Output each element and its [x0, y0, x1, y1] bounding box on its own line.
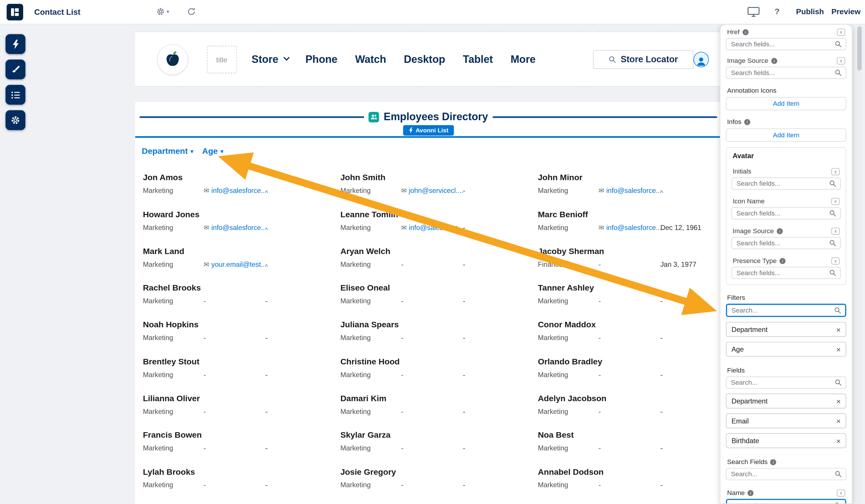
employee-department: Marketing: [143, 481, 204, 489]
expression-icon[interactable]: x: [837, 57, 845, 64]
remove-icon[interactable]: ×: [836, 397, 841, 405]
envelope-icon: ✉: [599, 186, 604, 195]
employee-department: Marketing: [538, 186, 598, 195]
remove-icon[interactable]: ×: [836, 417, 841, 425]
employee-field3: -: [265, 407, 340, 416]
field-chip[interactable]: Email ×: [726, 413, 846, 428]
filter-chip[interactable]: Department ×: [726, 322, 846, 337]
initials-input-wrap: [731, 178, 841, 190]
email-link[interactable]: john@servicecl....: [409, 186, 463, 195]
email-link[interactable]: info@salesforce....: [607, 223, 664, 232]
page-scrollbar[interactable]: [857, 24, 862, 504]
list-filter-button[interactable]: Age▾: [202, 146, 223, 155]
field-chip[interactable]: Department ×: [726, 394, 846, 408]
settings-button[interactable]: [5, 110, 25, 130]
nav-item[interactable]: Tablet: [460, 54, 496, 66]
search-icon: [834, 69, 842, 77]
employee-name: Conor Maddox: [538, 319, 722, 330]
employee-field2: -: [401, 333, 463, 342]
employee-field2: -: [401, 407, 463, 416]
annotation-icons-label: Annotation Icons: [727, 86, 776, 94]
search-icon: [829, 269, 836, 277]
expression-icon[interactable]: x: [837, 489, 845, 496]
scrollbar-thumb[interactable]: [857, 26, 862, 70]
expression-icon[interactable]: x: [831, 257, 840, 265]
employee-field2: -: [204, 407, 265, 416]
expression-icon[interactable]: x: [831, 227, 840, 235]
components-button[interactable]: [5, 34, 25, 54]
employee-field2: ✉info@salesforce....: [401, 223, 463, 232]
nav-item[interactable]: Store: [248, 54, 291, 66]
component-badge[interactable]: Avonni List: [403, 125, 454, 136]
fields-search-input[interactable]: [726, 377, 845, 388]
employee-card: Francis Bowen Marketing - -: [143, 430, 340, 466]
remove-icon[interactable]: ×: [836, 437, 841, 445]
expression-icon[interactable]: x: [831, 168, 840, 175]
remove-icon[interactable]: ×: [836, 326, 841, 333]
search-icon: [834, 40, 842, 48]
employee-field2: ✉info@salesforce....: [599, 186, 660, 195]
divider: [493, 116, 717, 118]
expression-icon[interactable]: x: [831, 198, 840, 205]
nav-item[interactable]: Watch: [351, 54, 389, 66]
refresh-button[interactable]: [187, 7, 196, 16]
user-avatar[interactable]: [693, 52, 709, 67]
remove-icon[interactable]: ×: [836, 345, 841, 353]
info-icon[interactable]: i: [742, 29, 749, 35]
href-input[interactable]: [726, 38, 845, 49]
add-info-button[interactable]: Add Item: [726, 128, 846, 142]
expression-icon[interactable]: x: [837, 28, 845, 36]
email-link[interactable]: your.email@test....: [211, 260, 268, 269]
icon-name-input[interactable]: [732, 208, 840, 219]
image-source-input[interactable]: [726, 67, 845, 78]
employee-card: Eliseo Oneal Marketing - -: [340, 282, 538, 319]
email-link[interactable]: info@salesforce....: [211, 223, 268, 232]
employee-field3: -: [660, 370, 722, 379]
employee-name: Aryan Welch: [340, 246, 538, 256]
add-annotation-icon-button[interactable]: Add Item: [726, 97, 846, 110]
employee-card: Juliana Spears Marketing - -: [340, 319, 538, 356]
info-icon[interactable]: i: [744, 119, 750, 125]
employee-name: John Minor: [538, 172, 722, 183]
help-button[interactable]: ?: [775, 7, 780, 16]
publish-button[interactable]: Publish: [796, 7, 824, 16]
theme-button[interactable]: [5, 60, 25, 80]
initials-input[interactable]: [732, 178, 840, 189]
nav-item[interactable]: More: [507, 54, 539, 66]
nav-item[interactable]: Desktop: [401, 54, 449, 66]
field-chip[interactable]: Birthdate ×: [726, 433, 846, 448]
search-fields-input[interactable]: [726, 469, 845, 480]
preview-button[interactable]: Preview: [831, 7, 861, 16]
filters-search-input[interactable]: [727, 305, 845, 316]
page-settings-button[interactable]: ▾: [156, 7, 169, 16]
employee-field2: -: [599, 444, 660, 453]
employee-department: Marketing: [143, 297, 204, 305]
employee-field2: -: [204, 297, 265, 305]
nav-item[interactable]: Phone: [302, 54, 341, 66]
icon-name-input-wrap: [731, 207, 841, 220]
employee-field3: -: [265, 333, 340, 342]
info-icon[interactable]: i: [776, 228, 783, 234]
icon-name-row: Icon Name x: [731, 197, 841, 205]
employee-field3: -: [265, 481, 340, 489]
info-icon[interactable]: i: [780, 258, 786, 264]
title-placeholder[interactable]: title: [207, 46, 237, 73]
employee-name: John Smith: [340, 172, 538, 183]
info-icon[interactable]: i: [748, 490, 754, 496]
page-structure-button[interactable]: [5, 85, 25, 105]
avatar-image-source-input[interactable]: [732, 237, 840, 248]
name-input[interactable]: [727, 500, 845, 504]
presence-type-input[interactable]: [732, 267, 840, 278]
list-filter-button[interactable]: Department▾: [142, 146, 193, 155]
fields-label: Fields: [727, 367, 745, 375]
email-link[interactable]: info@salesforce....: [409, 223, 466, 232]
employee-card: Marc Benioff Marketing ✉info@salesforce.…: [538, 209, 722, 246]
email-link[interactable]: info@salesforce....: [607, 186, 664, 195]
info-icon[interactable]: i: [770, 459, 776, 465]
store-locator-button[interactable]: Store Locator: [593, 50, 693, 69]
filters-row: Filters: [726, 294, 846, 302]
filter-chip[interactable]: Age ×: [726, 342, 846, 356]
info-icon[interactable]: i: [771, 58, 777, 64]
email-link[interactable]: info@salesforce....: [211, 186, 268, 195]
device-preview-button[interactable]: [748, 7, 760, 17]
